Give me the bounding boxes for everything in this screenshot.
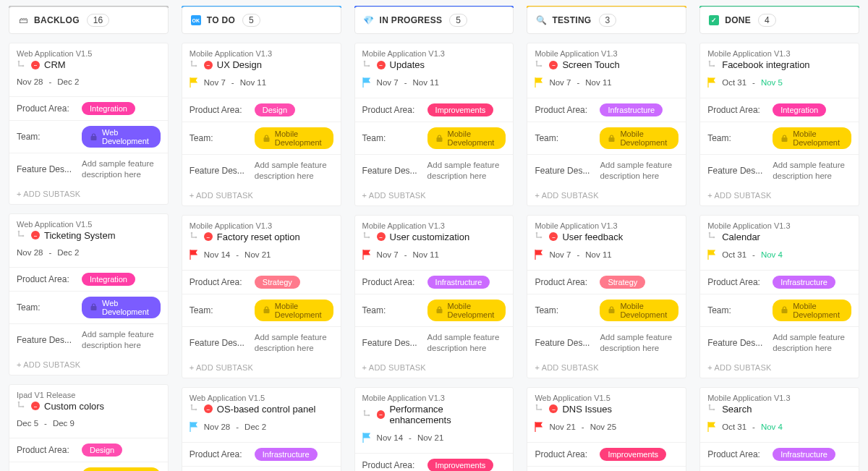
card[interactable]: Mobile Application V1.3 – Screen Touch N… — [527, 43, 686, 206]
card[interactable]: Mobile Application V1.3 Facebook integra… — [699, 43, 859, 206]
lock-icon — [263, 134, 271, 143]
pill-product-area[interactable]: Design — [82, 444, 122, 457]
card-title: Custom colors — [44, 401, 104, 412]
add-subtask-button[interactable]: + ADD SUBTASK — [182, 359, 341, 373]
feature-desc-placeholder[interactable]: Add sample feature description here — [82, 329, 161, 351]
feature-desc-placeholder[interactable]: Add sample feature description here — [773, 160, 851, 182]
pill-team[interactable]: Mobile Development — [600, 127, 678, 149]
feature-desc-placeholder[interactable]: Add sample feature description here — [427, 160, 506, 182]
pill-product-area[interactable]: Improvements — [427, 103, 494, 116]
label-feature-desc: Feature Des... — [190, 166, 249, 176]
pill-product-area[interactable]: Improvements — [600, 448, 666, 461]
card-project: Mobile Application V1.3 — [535, 221, 678, 230]
add-subtask-button[interactable]: + ADD SUBTASK — [355, 359, 514, 373]
pill-product-area[interactable]: Design — [255, 103, 295, 116]
card[interactable]: Mobile Application V1.3 Search Oct 31 - … — [699, 387, 859, 471]
pill-product-area[interactable]: Strategy — [255, 276, 300, 289]
pill-product-area[interactable]: Strategy — [600, 276, 645, 289]
feature-desc-placeholder[interactable]: Add sample feature description here — [82, 158, 161, 180]
stop-icon: – — [31, 402, 40, 410]
column-header-done[interactable]: ✓ DONE 4 — [699, 7, 859, 34]
row-feature-desc: Feature Des... Add sample feature descri… — [527, 154, 686, 187]
card[interactable]: Mobile Application V1.3 – Factory reset … — [182, 215, 341, 378]
stop-icon: – — [204, 232, 213, 241]
row-feature-desc: Feature Des... Add sample feature descri… — [182, 326, 341, 359]
card[interactable]: Mobile Application V1.3 Calendar Oct 31 … — [699, 215, 859, 378]
card[interactable]: Web Application V1.5 – OS-based control … — [182, 387, 341, 471]
pill-product-area[interactable]: Integration — [82, 273, 135, 286]
card[interactable]: Web Application V1.5 – CRM Nov 28 - Dec … — [9, 43, 169, 205]
column-header-inprogress[interactable]: 💎 IN PROGRESS 5 — [354, 7, 514, 34]
subtask-icon — [535, 232, 545, 242]
svg-point-24 — [363, 410, 365, 412]
card[interactable]: Mobile Application V1.3 – User customiza… — [354, 215, 514, 378]
add-subtask-button[interactable]: + ADD SUBTASK — [527, 187, 686, 201]
feature-desc-placeholder[interactable]: Add sample feature description here — [255, 332, 333, 354]
pill-team[interactable]: Mobile Development — [427, 300, 506, 321]
row-team: Team: Web Development — [9, 291, 168, 323]
pill-team[interactable]: Mobile Development — [255, 300, 333, 321]
subtask-icon — [17, 401, 27, 411]
lock-icon — [608, 134, 616, 143]
row-product-area: Product Area: Strategy — [527, 270, 686, 294]
pill-team[interactable]: Mobile Development — [600, 300, 678, 321]
svg-point-33 — [536, 404, 538, 407]
card[interactable]: Mobile Application V1.3 – Performance en… — [354, 387, 514, 471]
add-subtask-button[interactable]: + ADD SUBTASK — [700, 359, 859, 373]
row-product-area: Product Area: Design — [9, 438, 168, 462]
pill-team[interactable]: Mobile Development — [773, 300, 851, 321]
pill-team[interactable]: Mobile Development — [82, 467, 161, 471]
pill-product-area[interactable]: Infrastructure — [773, 448, 835, 461]
card[interactable]: Mobile Application V1.3 – UX Design Nov … — [182, 43, 341, 206]
column-count: 5 — [242, 14, 260, 27]
lock-icon — [435, 306, 443, 315]
card-date-start: Oct 31 — [722, 250, 746, 259]
feature-desc-placeholder[interactable]: Add sample feature description here — [773, 332, 851, 354]
pill-team[interactable]: Mobile Development — [427, 127, 506, 149]
card-date-end: Nov 4 — [761, 423, 783, 431]
feature-desc-placeholder[interactable]: Add sample feature description here — [255, 160, 333, 182]
feature-desc-placeholder[interactable]: Add sample feature description here — [427, 332, 506, 354]
card[interactable]: Ipad V1 Release – Custom colors Dec 5 - … — [9, 384, 169, 471]
stop-icon: – — [549, 404, 558, 413]
stop-icon: – — [549, 232, 558, 241]
card-project: Web Application V1.5 — [535, 394, 678, 402]
card[interactable]: Mobile Application V1.3 – User feedback … — [527, 215, 686, 378]
pill-team[interactable]: Web Development — [82, 297, 161, 318]
column-header-backlog[interactable]: 🗃 BACKLOG 16 — [9, 7, 169, 34]
lock-icon — [608, 306, 616, 315]
row-feature-desc: Feature Des... Add sample feature descri… — [182, 154, 341, 187]
pill-team[interactable]: Mobile Development — [773, 127, 851, 149]
card-date-start: Oct 31 — [722, 78, 746, 87]
card[interactable]: Mobile Application V1.3 – Updates Nov 7 … — [354, 43, 514, 206]
card[interactable]: Web Application V1.5 – DNS Issues Nov 21… — [527, 387, 686, 471]
add-subtask-button[interactable]: + ADD SUBTASK — [355, 187, 514, 201]
card-date-start: Oct 31 — [722, 423, 746, 431]
pill-product-area[interactable]: Improvements — [427, 459, 494, 471]
feature-desc-placeholder[interactable]: Add sample feature description here — [600, 332, 678, 354]
pill-product-area[interactable]: Infrastructure — [773, 276, 835, 289]
add-subtask-button[interactable]: + ADD SUBTASK — [9, 356, 168, 370]
pill-product-area[interactable]: Integration — [773, 103, 826, 116]
svg-point-15 — [190, 404, 192, 407]
pill-product-area[interactable]: Integration — [82, 102, 135, 115]
subtask-icon — [535, 60, 545, 70]
pill-team[interactable]: Web Development — [82, 126, 161, 148]
pill-team[interactable]: Mobile Development — [255, 127, 333, 149]
add-subtask-button[interactable]: + ADD SUBTASK — [700, 187, 859, 201]
card-dates: Nov 28 - Dec 2 — [17, 77, 161, 86]
column-header-testing[interactable]: 🔍 TESTING 3 — [527, 7, 686, 34]
card-project: Web Application V1.5 — [17, 49, 161, 58]
feature-desc-placeholder[interactable]: Add sample feature description here — [600, 160, 678, 182]
svg-point-28 — [540, 64, 542, 67]
card[interactable]: Web Application V1.5 – Ticketing System … — [9, 213, 169, 375]
add-subtask-button[interactable]: + ADD SUBTASK — [527, 359, 686, 373]
pill-product-area[interactable]: Infrastructure — [427, 276, 490, 289]
pill-product-area[interactable]: Infrastructure — [600, 103, 663, 116]
column-header-todo[interactable]: OK TO DO 5 — [182, 7, 341, 34]
pill-product-area[interactable]: Infrastructure — [255, 448, 318, 461]
add-subtask-button[interactable]: + ADD SUBTASK — [182, 187, 341, 201]
add-subtask-button[interactable]: + ADD SUBTASK — [9, 185, 168, 200]
card-dates: Nov 21 - Nov 25 — [535, 422, 678, 432]
flag-icon — [535, 250, 543, 260]
